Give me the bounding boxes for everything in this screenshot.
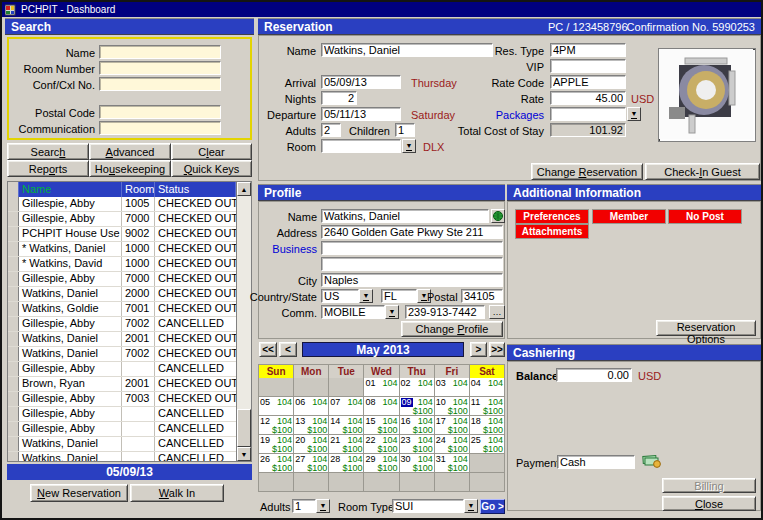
change-profile-button[interactable]: Change Profile [401,321,503,337]
conf-cxl-input[interactable] [99,77,221,91]
table-row[interactable]: Watkins, Goldie7001CHECKED OUT [8,302,236,317]
cell-status[interactable]: CHECKED OUT [155,302,236,316]
calendar-prev-month-button[interactable]: < [279,342,297,357]
housekeeping-button[interactable]: Housekeeping [89,160,171,177]
payment-field[interactable] [557,455,635,469]
calendar-day[interactable]: 07104 [329,397,364,416]
column-header-name[interactable]: Name [19,182,122,197]
reservation-options-button[interactable]: Reservation Options [656,320,756,336]
scroll-down-icon[interactable]: ▼ [237,447,251,461]
cell-status[interactable]: CANCELLED [155,437,236,451]
calendar-day[interactable]: 06104 [294,397,329,416]
cell-name[interactable]: Gillespie, Abby [19,317,122,331]
row-selector[interactable] [8,287,19,301]
nights-field[interactable] [321,91,357,105]
column-header-status[interactable]: Status [155,182,236,197]
advanced-button[interactable]: Advanced [89,143,171,160]
row-selector[interactable] [8,227,19,241]
packages-dropdown-icon[interactable]: ▼ [627,107,641,121]
calendar-day[interactable]: 30104$100 [400,454,435,473]
calendar-day[interactable]: 08104 [364,397,399,416]
cell-name[interactable]: Gillespie, Abby [19,422,122,436]
room-dropdown-icon[interactable]: ▼ [402,139,416,153]
cell-room[interactable]: 7002 [122,347,155,361]
country-dropdown-icon[interactable]: ▼ [359,289,373,303]
row-selector[interactable] [8,377,19,391]
room-number-input[interactable] [99,61,221,75]
calendar-prev-year-button[interactable]: << [259,342,277,357]
profile-name-field[interactable] [321,209,489,223]
calendar-day[interactable]: 17104$100 [435,416,470,435]
scroll-thumb[interactable] [237,409,251,447]
cell-status[interactable]: CHECKED OUT [155,392,236,406]
go-button[interactable]: Go > [480,499,505,514]
calendar-day[interactable]: 10104$100 [435,397,470,416]
cell-name[interactable]: Gillespie, Abby [19,362,122,376]
calendar-adults-field[interactable] [292,499,316,513]
quick-keys-button[interactable]: Quick Keys [171,160,252,177]
cell-room[interactable] [122,407,155,421]
calendar-day[interactable]: 23104$100 [400,435,435,454]
children-field[interactable] [395,123,415,137]
cell-name[interactable]: Watkins, Goldie [19,302,122,316]
table-row[interactable]: Brown, Ryan2001CHECKED OUT [8,377,236,392]
table-row[interactable]: Gillespie, AbbyCANCELLED [8,407,236,422]
business-field[interactable] [321,241,503,255]
cell-name[interactable]: Watkins, Daniel [19,287,122,301]
calendar-day[interactable]: 29104$100 [364,454,399,473]
calendar-day[interactable]: 09104$100 [400,397,435,416]
cell-status[interactable]: CANCELLED [155,407,236,421]
packages-field[interactable] [550,107,626,121]
calendar-room-type-field[interactable] [392,499,464,513]
calendar-day[interactable]: 13104$100 [294,416,329,435]
walk-in-button[interactable]: Walk In [130,484,224,502]
calendar-next-month-button[interactable]: > [470,342,487,357]
attachments-badge[interactable]: Attachments [516,225,588,238]
cell-room[interactable]: 1000 [122,257,155,271]
cell-room[interactable]: 2001 [122,377,155,391]
row-selector[interactable] [8,347,19,361]
row-selector[interactable] [8,272,19,286]
cell-room[interactable]: 1000 [122,242,155,256]
adults-field[interactable] [321,123,341,137]
cell-room[interactable]: 9002 [122,227,155,241]
calendar-day[interactable]: 26104$100 [259,454,294,473]
cell-status[interactable]: CHECKED OUT [155,287,236,301]
cell-name[interactable]: Brown, Ryan [19,377,122,391]
city-field[interactable] [321,273,503,287]
row-selector[interactable] [8,437,19,451]
row-selector[interactable] [8,422,19,436]
preferences-badge[interactable]: Preferences [516,210,588,223]
cell-status[interactable]: CHECKED OUT [155,377,236,391]
table-row[interactable]: Gillespie, Abby7000CHECKED OUT [8,212,236,227]
cell-room[interactable]: 2000 [122,287,155,301]
calendar-day[interactable]: 27104$100 [294,454,329,473]
close-button[interactable]: Close [662,496,756,511]
cell-status[interactable]: CHECKED OUT [155,272,236,286]
calendar-day[interactable]: 20104$100 [294,435,329,454]
scroll-up-icon[interactable]: ▲ [237,182,251,196]
table-row[interactable]: Gillespie, Abby7002CANCELLED [8,317,236,332]
cell-name[interactable]: Watkins, Daniel [19,332,122,346]
calendar-day[interactable]: 01104 [364,378,399,397]
row-selector[interactable] [8,242,19,256]
country-field[interactable] [321,289,359,303]
calendar-day[interactable]: 28104$100 [329,454,364,473]
calendar-day[interactable]: 18104$100 [470,416,505,435]
calendar-day[interactable]: 02104 [400,378,435,397]
res-name-field[interactable] [321,43,493,57]
cell-status[interactable]: CHECKED OUT [155,212,236,226]
cell-room[interactable] [122,422,155,436]
cell-status[interactable]: CHECKED OUT [155,227,236,241]
comm-number-field[interactable] [405,305,485,319]
row-selector[interactable] [8,392,19,406]
room-field[interactable] [321,139,401,153]
rate-code-field[interactable] [550,75,626,89]
calendar-day[interactable]: 22104$100 [364,435,399,454]
business-label[interactable]: Business [272,243,317,255]
cell-room[interactable]: 1005 [122,197,155,211]
cell-room[interactable]: 7001 [122,302,155,316]
calendar-day[interactable]: 11104$100 [470,397,505,416]
ellipsis-icon[interactable]: … [489,305,505,319]
packages-label[interactable]: Packages [496,109,544,121]
